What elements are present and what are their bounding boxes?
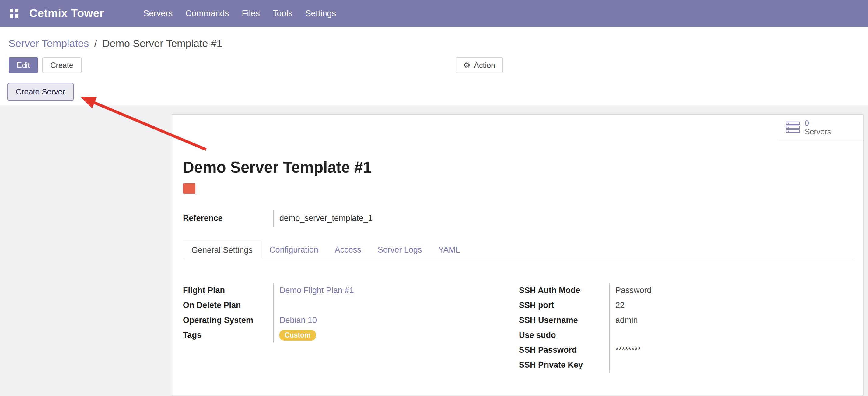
app-brand[interactable]: Cetmix Tower xyxy=(29,7,104,20)
action-button[interactable]: ⚙ Action xyxy=(456,57,503,73)
menu-servers[interactable]: Servers xyxy=(137,0,179,27)
servers-stat-button[interactable]: 0 Servers xyxy=(779,115,863,140)
stat-value: 0 xyxy=(805,119,831,127)
reference-label: Reference xyxy=(183,209,273,227)
ssh-username-value: admin xyxy=(615,316,638,325)
content-area: 0 Servers Demo Server Template #1 Refere… xyxy=(0,106,868,396)
field-on-delete-plan: On Delete Plan xyxy=(183,298,519,313)
tab-server-logs[interactable]: Server Logs xyxy=(370,241,430,259)
form-header: Create Server xyxy=(0,83,868,106)
tab-general-settings[interactable]: General Settings xyxy=(183,241,261,260)
menu-settings[interactable]: Settings xyxy=(299,0,342,27)
field-use-sudo: Use sudo xyxy=(519,328,852,343)
field-label: Flight Plan xyxy=(183,283,273,298)
left-field-group: Flight Plan Demo Flight Plan #1 On Delet… xyxy=(183,283,519,372)
tab-yaml[interactable]: YAML xyxy=(430,241,468,259)
menu-files[interactable]: Files xyxy=(236,0,266,27)
gear-icon: ⚙ xyxy=(463,61,470,70)
notebook-tabs: General Settings Configuration Access Se… xyxy=(183,241,852,260)
edit-button[interactable]: Edit xyxy=(8,57,38,73)
breadcrumb-parent-link[interactable]: Server Templates xyxy=(8,37,89,49)
field-label: Use sudo xyxy=(519,328,609,343)
reference-value: demo_server_template_1 xyxy=(273,209,852,227)
main-menu: Servers Commands Files Tools Settings xyxy=(137,0,342,27)
field-ssh-auth-mode: SSH Auth Mode Password xyxy=(519,283,852,298)
field-label: SSH port xyxy=(519,298,609,313)
field-operating-system: Operating System Debian 10 xyxy=(183,313,519,328)
menu-commands[interactable]: Commands xyxy=(179,0,235,27)
stat-label: Servers xyxy=(805,127,831,136)
ssh-auth-mode-value: Password xyxy=(615,286,652,295)
tab-access[interactable]: Access xyxy=(327,241,370,259)
breadcrumb-current: Demo Server Template #1 xyxy=(102,37,222,49)
tab-configuration[interactable]: Configuration xyxy=(261,241,327,259)
top-navbar: Cetmix Tower Servers Commands Files Tool… xyxy=(0,0,868,27)
breadcrumb-separator: / xyxy=(92,37,99,49)
reference-row: Reference demo_server_template_1 xyxy=(183,209,852,227)
apps-grid-icon[interactable] xyxy=(9,8,19,18)
flight-plan-link[interactable]: Demo Flight Plan #1 xyxy=(279,286,354,295)
action-button-label: Action xyxy=(474,61,495,70)
field-ssh-username: SSH Username admin xyxy=(519,313,852,328)
field-ssh-port: SSH port 22 xyxy=(519,298,852,313)
field-label: SSH Auth Mode xyxy=(519,283,609,298)
field-tags: Tags Custom xyxy=(183,328,519,343)
general-settings-panel: Flight Plan Demo Flight Plan #1 On Delet… xyxy=(183,283,852,372)
stat-text: 0 Servers xyxy=(805,119,831,136)
field-label: On Delete Plan xyxy=(183,298,273,313)
color-tag-swatch xyxy=(183,183,195,194)
tag-badge: Custom xyxy=(279,330,316,341)
field-label: Operating System xyxy=(183,313,273,328)
field-label: SSH Private Key xyxy=(519,358,609,372)
field-label: SSH Password xyxy=(519,343,609,358)
create-button[interactable]: Create xyxy=(42,57,82,73)
sheet-content: Demo Server Template #1 Reference demo_s… xyxy=(172,115,863,372)
menu-tools[interactable]: Tools xyxy=(266,0,299,27)
field-label: Tags xyxy=(183,328,273,343)
field-label: SSH Username xyxy=(519,313,609,328)
control-panel: Server Templates / Demo Server Template … xyxy=(0,27,868,106)
ssh-port-value: 22 xyxy=(615,301,624,310)
template-title: Demo Server Template #1 xyxy=(183,115,852,176)
field-flight-plan: Flight Plan Demo Flight Plan #1 xyxy=(183,283,519,298)
create-server-button[interactable]: Create Server xyxy=(7,83,74,101)
breadcrumb: Server Templates / Demo Server Template … xyxy=(0,27,868,49)
servers-icon xyxy=(786,121,800,134)
ssh-password-value: ******** xyxy=(615,345,641,355)
field-ssh-private-key: SSH Private Key xyxy=(519,358,852,372)
button-row: Edit Create ⚙ Action xyxy=(0,57,868,73)
form-sheet: 0 Servers Demo Server Template #1 Refere… xyxy=(172,114,864,395)
operating-system-link[interactable]: Debian 10 xyxy=(279,316,317,325)
right-field-group: SSH Auth Mode Password SSH port 22 SSH U… xyxy=(519,283,852,372)
field-ssh-password: SSH Password ******** xyxy=(519,343,852,358)
